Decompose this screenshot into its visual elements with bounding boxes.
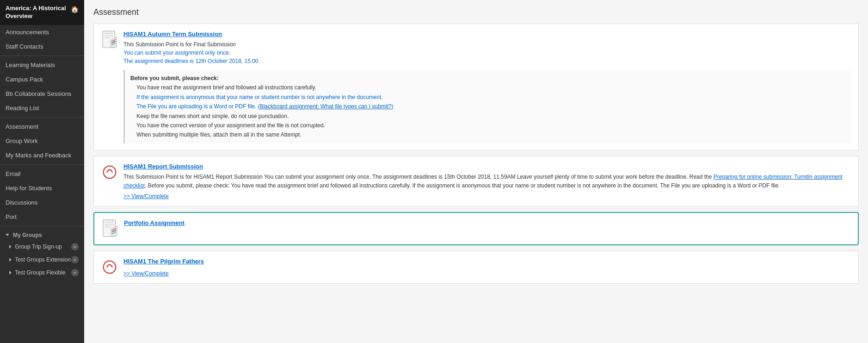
pilgrim-title[interactable]: HISAM1 The Pilgrim Fathers xyxy=(123,258,851,265)
test-flexible-label: Test Groups Flexible xyxy=(15,269,65,276)
checklist-lines: You have read the assignment brief and f… xyxy=(130,83,845,139)
divider-4 xyxy=(0,226,84,226)
svg-rect-3 xyxy=(105,37,111,38)
report-title[interactable]: HISAM1 Report Submission xyxy=(123,163,851,170)
sidebar-item-learning-materials[interactable]: Learning Materials xyxy=(0,58,84,72)
sidebar: America: A Historical Overview 🏠 Announc… xyxy=(0,0,84,343)
test-flexible-expand[interactable]: + xyxy=(71,269,79,276)
sidebar-item-staff-contacts[interactable]: Staff Contacts xyxy=(0,39,84,54)
sidebar-item-group-trip[interactable]: Group Trip Sign-up + xyxy=(0,240,84,253)
autumn-content: HISAM1 Autumn Term Submission This Submi… xyxy=(123,31,851,143)
svg-rect-12 xyxy=(105,226,111,227)
pilgrim-content: HISAM1 The Pilgrim Fathers >> View/Compl… xyxy=(123,258,851,277)
report-content: HISAM1 Report Submission This Submission… xyxy=(123,163,851,200)
sidebar-header: America: A Historical Overview 🏠 xyxy=(0,0,84,25)
test-extension-expand[interactable]: + xyxy=(71,256,79,263)
assessment-item-report: HISAM1 Report Submission This Submission… xyxy=(93,156,859,206)
home-icon[interactable]: 🏠 xyxy=(71,6,79,13)
divider-2 xyxy=(0,117,84,118)
pilgrim-icon xyxy=(101,258,118,276)
divider-3 xyxy=(0,164,84,165)
autumn-line3: The assignment deadlines is 12th October… xyxy=(123,58,259,64)
svg-rect-1 xyxy=(105,33,113,34)
divider-1 xyxy=(0,56,84,56)
turnitin-icon xyxy=(101,163,118,181)
sidebar-item-announcements[interactable]: Announcements xyxy=(0,25,84,39)
group-trip-label: Group Trip Sign-up xyxy=(15,243,62,250)
sidebar-item-bb-collaborate[interactable]: Bb Collaborate Sessions xyxy=(0,87,84,101)
group-trip-expand[interactable]: + xyxy=(71,243,79,250)
sidebar-item-my-marks[interactable]: My Marks and Feedback xyxy=(0,148,84,162)
svg-rect-11 xyxy=(105,225,114,225)
sidebar-item-test-flexible[interactable]: Test Groups Flexible + xyxy=(0,266,84,279)
sidebar-item-help-students[interactable]: Help for Students xyxy=(0,181,84,195)
sidebar-item-discussions[interactable]: Discussions xyxy=(0,195,84,210)
report-body: This Submission Point is for HISAM1 Repo… xyxy=(123,173,851,190)
sidebar-item-reading-list[interactable]: Reading List xyxy=(0,101,84,115)
svg-point-8 xyxy=(104,166,116,178)
page-title: Assessment xyxy=(93,7,859,17)
sidebar-item-port[interactable]: Port xyxy=(0,210,84,224)
sidebar-item-test-extension[interactable]: Test Groups Extension + xyxy=(0,253,84,266)
checklist-header: Before you submit, please check: xyxy=(130,74,845,83)
autumn-checklist: Before you submit, please check: You hav… xyxy=(123,70,851,143)
svg-rect-2 xyxy=(105,35,113,36)
sidebar-item-email[interactable]: Email xyxy=(0,167,84,181)
autumn-line2: You can submit your assignment only once… xyxy=(123,50,230,56)
svg-rect-10 xyxy=(105,222,114,223)
sidebar-item-campus-pack[interactable]: Campus Pack xyxy=(0,72,84,87)
my-groups-section[interactable]: My Groups xyxy=(0,228,84,240)
chevron-right-icon-2 xyxy=(9,258,12,262)
autumn-title[interactable]: HISAM1 Autumn Term Submission xyxy=(123,31,851,37)
svg-point-17 xyxy=(104,261,116,274)
assignment-icon xyxy=(101,31,118,49)
chevron-right-icon-3 xyxy=(9,271,12,274)
portfolio-content: Portfolio Assignment xyxy=(124,219,850,229)
pilgrim-view-complete[interactable]: >> View/Complete xyxy=(123,270,169,277)
autumn-subtitle: This Submission Point is for Final Submi… xyxy=(123,40,851,65)
test-extension-label: Test Groups Extension xyxy=(15,256,71,263)
assessment-item-autumn: HISAM1 Autumn Term Submission This Submi… xyxy=(93,24,859,150)
file-types-link[interactable]: Blackboard assignment: What file types c… xyxy=(260,103,392,110)
sidebar-item-group-work[interactable]: Group Work xyxy=(0,134,84,148)
chevron-down-icon xyxy=(6,234,9,236)
course-title: America: A Historical Overview xyxy=(6,5,68,20)
my-groups-label: My Groups xyxy=(13,232,42,238)
assessment-item-portfolio: Portfolio Assignment xyxy=(93,212,859,245)
sidebar-item-assessment[interactable]: Assessment xyxy=(0,119,84,134)
portfolio-icon xyxy=(102,219,118,238)
chevron-right-icon xyxy=(9,245,12,249)
report-view-complete[interactable]: >> View/Complete xyxy=(123,193,169,200)
turnitin-checklist-link[interactable]: Preparing for online submission: Turniti… xyxy=(123,174,843,189)
main-content: Assessment HISAM1 Autumn xyxy=(84,0,868,343)
autumn-line1: This Submission Point is for Final Submi… xyxy=(123,41,236,48)
assessment-item-pilgrim: HISAM1 The Pilgrim Fathers >> View/Compl… xyxy=(93,251,859,284)
portfolio-title[interactable]: Portfolio Assignment xyxy=(124,219,850,226)
